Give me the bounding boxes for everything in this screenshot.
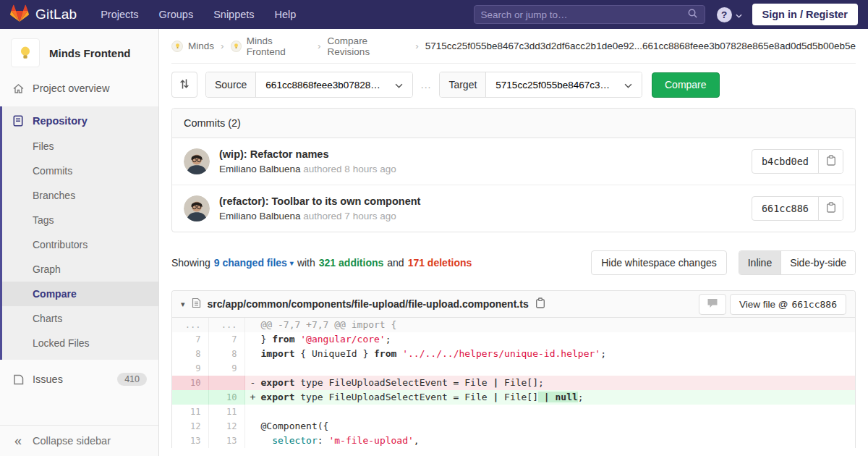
new-line-number[interactable] [208,376,244,390]
diff-line: 10-export type FileUploadSelectEvent = F… [172,376,855,390]
old-line-number[interactable]: 12 [172,419,208,434]
sidebar-item-graph[interactable]: Graph [2,257,158,282]
new-line-number[interactable]: 11 [208,405,244,419]
inline-view-button[interactable]: Inline [739,251,781,274]
line-content: @@ -7,7 +7,7 @@ import { [244,318,855,332]
chevron-down-icon [736,9,742,20]
copy-sha-button[interactable] [818,197,843,220]
breadcrumb-label: Minds Frontend [247,35,311,57]
commit-title-link[interactable]: (wip): Refactor names [219,148,396,160]
target-dropdown[interactable]: 5715cc25f055be8467c3… [486,72,642,97]
clipboard-copy-icon[interactable] [535,297,545,311]
old-line-number[interactable]: 7 [172,332,208,347]
commit-author-link[interactable]: Emiliano Balbuena [219,164,301,174]
old-line-number[interactable]: 13 [172,434,208,448]
changed-files-dropdown[interactable]: 9 changed files ▾ [214,257,294,269]
diff-table: ......@@ -7,7 +7,7 @@ import {77} from '… [172,318,855,448]
old-line-number[interactable]: 9 [172,361,208,376]
nav-item-projects[interactable]: Projects [91,4,148,25]
commit-sha-link[interactable]: 661cc886 [752,197,818,220]
old-line-number[interactable] [172,390,208,405]
view-file-label: View file @ [739,299,788,310]
diff-lines: ......@@ -7,7 +7,7 @@ import {77} from '… [172,318,855,448]
nav-item-help[interactable]: Help [265,4,306,25]
with-label: with [297,257,315,269]
old-line-number[interactable]: 10 [172,376,208,390]
commit-meta: Emiliano Balbuena authored 8 hours ago [219,164,396,174]
breadcrumb-separator: › [318,41,321,51]
new-line-number[interactable]: 7 [208,332,244,347]
lightbulb-icon [231,41,242,52]
commit-authored-ago: authored 8 hours ago [301,164,396,174]
commit-authored-ago: authored 7 hours ago [301,211,396,221]
new-line-number[interactable]: ... [208,318,244,332]
clipboard-copy-icon [826,202,836,215]
line-content: @Component({ [244,419,855,434]
breadcrumb-link-minds-frontend[interactable]: Minds Frontend [231,35,312,57]
home-icon [12,83,25,94]
gitlab-home-link[interactable]: GitLab [10,4,77,25]
diff-file-actions: View file @ 661cc886 [699,294,846,315]
breadcrumb-label: Compare Revisions [328,35,409,57]
sidebar-project-header[interactable]: Minds Frontend [0,29,158,75]
new-line-number[interactable]: 9 [208,361,244,376]
sidebar-item-files[interactable]: Files [2,134,158,159]
commits-panel: Commits (2) (wip): Refactor namesEmilian… [171,108,856,232]
breadcrumb-link-minds[interactable]: Minds [171,41,214,52]
main-content: Minds›Minds Frontend›Compare Revisions› … [159,29,868,456]
sign-in-register-button[interactable]: Sign in / Register [752,4,858,25]
gitlab-tanuki-icon [10,4,29,25]
sidebar-item-charts[interactable]: Charts [2,306,158,331]
sidebar-item-contributors[interactable]: Contributors [2,232,158,257]
toggle-comments-button[interactable] [699,294,726,315]
nav-item-groups[interactable]: Groups [150,4,203,25]
deletions-count: 171 deletions [408,257,472,269]
commit-row: (refactor): Toolbar to its own component… [172,185,855,232]
compare-button[interactable]: Compare [652,72,720,98]
sidebar-item-project-overview[interactable]: Project overview [0,75,158,101]
collapse-sidebar-button[interactable]: « Collapse sidebar [0,426,158,456]
sidebar-item-repository[interactable]: Repository [2,108,158,134]
diff-sign: - [250,376,256,390]
commit-title-link[interactable]: (refactor): Toolbar to its own component [219,195,420,207]
old-line-number[interactable]: 11 [172,405,208,419]
side-by-side-view-button[interactable]: Side-by-side [781,251,855,274]
caret-down-icon: ▾ [290,259,294,267]
hide-whitespace-button[interactable]: Hide whitespace changes [591,250,727,275]
new-line-number[interactable]: 10 [208,390,244,405]
breadcrumb: Minds›Minds Frontend›Compare Revisions› … [171,29,856,64]
sidebar-item-commits[interactable]: Commits [2,159,158,183]
line-content: import { UniqueId } from '../../../helpe… [244,347,855,361]
breadcrumb-link-compare-revisions[interactable]: Compare Revisions [328,35,409,57]
diff-file-header: ▾ src/app/common/components/file-upload/… [172,291,855,318]
commit-author-link[interactable]: Emiliano Balbuena [219,211,301,221]
diff-file-path: src/app/common/components/file-upload/fi… [208,298,529,310]
new-line-number[interactable]: 13 [208,434,244,448]
old-line-number[interactable]: ... [172,318,208,332]
copy-sha-button[interactable] [818,150,843,173]
new-line-number[interactable]: 12 [208,419,244,434]
global-search[interactable] [474,5,705,24]
source-field: Source 661cc8868feee3b07828… [205,72,413,98]
sidebar-item-issues[interactable]: Issues 410 [0,366,158,393]
new-line-number[interactable]: 8 [208,347,244,361]
sidebar-repository-section: Repository FilesCommitsBranchesTagsContr… [0,106,158,360]
sidebar-item-tags[interactable]: Tags [2,208,158,232]
sidebar-item-locked-files[interactable]: Locked Files [2,331,158,355]
help-dropdown[interactable]: ? [717,7,742,22]
diff-view-toggle: Inline Side-by-side [739,250,856,275]
sidebar-item-branches[interactable]: Branches [2,183,158,208]
compare-form: Source 661cc8868feee3b07828… ... Target … [171,72,856,98]
search-input[interactable] [481,9,687,20]
sidebar-item-compare[interactable]: Compare [2,282,158,306]
document-icon [12,115,25,127]
commit-sha-link[interactable]: b4cbd0ed [752,150,818,173]
collapse-file-caret-icon[interactable]: ▾ [181,300,185,309]
old-line-number[interactable]: 8 [172,347,208,361]
nav-item-snippets[interactable]: Snippets [204,4,263,25]
commit-sha-group: 661cc886 [752,196,843,221]
swap-revisions-button[interactable] [171,72,197,98]
revision-separator: ... [421,79,432,90]
source-dropdown[interactable]: 661cc8868feee3b07828… [256,72,412,97]
view-file-button[interactable]: View file @ 661cc886 [730,294,846,315]
